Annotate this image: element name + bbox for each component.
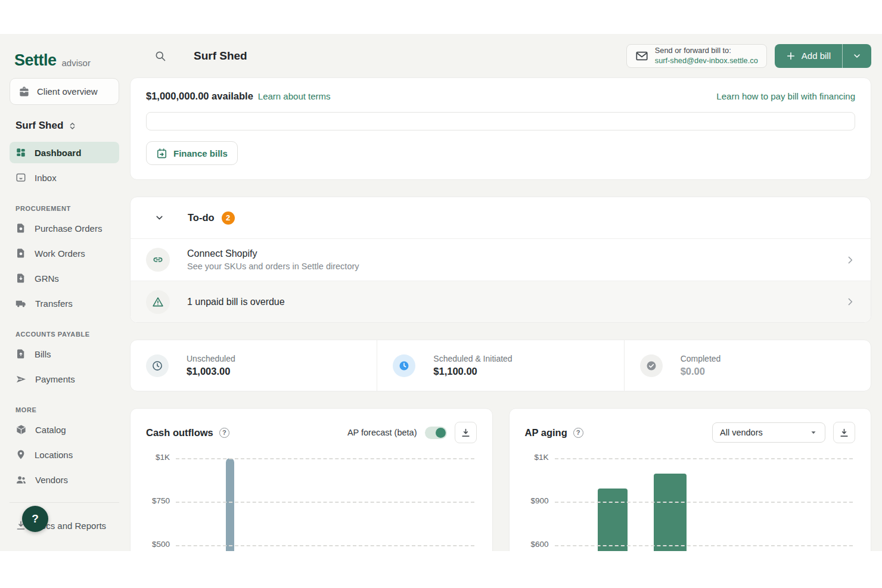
chart-title: AP aging [525, 427, 567, 438]
learn-financing-link[interactable]: Learn how to pay bill with financing [716, 91, 855, 101]
stat-unscheduled: Unscheduled $1,003.00 [131, 340, 377, 391]
chevron-down-icon [809, 428, 818, 437]
sidebar-item-dashboard[interactable]: Dashboard [10, 142, 119, 163]
sidebar-item-inbox[interactable]: Inbox [10, 167, 119, 188]
todo-header[interactable]: To-do 2 [131, 197, 871, 239]
sidebar-item-locations[interactable]: Locations [10, 444, 119, 465]
clock-outline-icon [146, 354, 169, 377]
sidebar-item-label: Transfers [35, 298, 73, 309]
add-bill-menu-button[interactable] [842, 44, 871, 68]
cash-outflows-chart: $1K$750$500 [146, 449, 477, 551]
help-button[interactable] [22, 506, 48, 532]
stat-value: $0.00 [681, 366, 721, 377]
ap-aging-chart: $1K$900$600 [525, 449, 856, 551]
add-bill-button[interactable]: Add bill [775, 44, 842, 68]
client-overview-button[interactable]: Client overview [10, 78, 119, 105]
y-tick-label: $500 [152, 540, 170, 549]
chevron-right-icon [845, 255, 855, 265]
gridline [555, 458, 853, 459]
sidebar-item-catalog[interactable]: Catalog [10, 419, 119, 440]
plus-icon [786, 51, 796, 61]
sidebar-item-label: GRNs [35, 273, 59, 284]
todo-item-subtitle: See your SKUs and orders in Settle direc… [187, 262, 359, 271]
sidebar-item-label: Inbox [35, 173, 57, 183]
stat-label: Scheduled & Initiated [433, 354, 512, 363]
calendar-arrow-icon [156, 148, 167, 159]
y-axis-labels: $1K$750$500 [146, 449, 170, 551]
vendors-filter-value: All vendors [720, 428, 763, 437]
finance-bills-label: Finance bills [173, 148, 228, 158]
todo-item-title: Connect Shopify [187, 248, 359, 259]
y-tick-label: $1K [156, 453, 170, 462]
main-content: Surf Shed Send or forward bill to: surf-… [129, 34, 882, 551]
file-up-icon [15, 349, 26, 359]
sidebar-item-purchase-orders[interactable]: Purchase Orders [10, 217, 119, 239]
briefcase-icon [18, 86, 30, 97]
forward-bill-email: surf-shed@dev-inbox.settle.co [655, 56, 758, 66]
sidebar-item-transfers[interactable]: Transfers [10, 293, 119, 314]
add-bill-split-button: Add bill [775, 44, 871, 68]
todo-title: To-do [188, 212, 215, 223]
toggle-knob [436, 428, 446, 438]
section-more: MORE [10, 393, 119, 419]
sidebar: Settle advisor Client overview Surf Shed… [0, 34, 129, 551]
section-accounts-payable: ACCOUNTS PAYABLE [10, 318, 119, 343]
check-circle-icon [640, 354, 663, 377]
page-title: Surf Shed [194, 49, 247, 63]
dashboard-icon [15, 147, 26, 158]
todo-item-connect-shopify[interactable]: Connect Shopify See your SKUs and orders… [131, 239, 871, 281]
add-bill-label: Add bill [802, 51, 831, 61]
topbar-actions: Send or forward bill to: surf-shed@dev-i… [626, 44, 871, 68]
chart-plot-area [176, 449, 474, 551]
file-box-icon [15, 223, 26, 234]
forward-bill-line1: Send or forward bill to: [655, 46, 758, 55]
learn-about-terms-link[interactable]: Learn about terms [258, 91, 331, 101]
sidebar-item-bills[interactable]: Bills [10, 343, 119, 365]
sidebar-item-label: Bills [35, 349, 51, 359]
gridline [176, 502, 474, 503]
finance-bills-button[interactable]: Finance bills [146, 141, 238, 165]
help-circle-icon[interactable] [219, 428, 229, 438]
users-icon [15, 474, 27, 486]
sidebar-item-payments[interactable]: Payments [10, 368, 119, 390]
warning-icon [146, 290, 170, 314]
forward-bill-box[interactable]: Send or forward bill to: surf-shed@dev-i… [626, 44, 767, 68]
stat-label: Completed [681, 354, 721, 363]
download-chart-button[interactable] [833, 422, 855, 443]
todo-item-overdue-bill[interactable]: 1 unpaid bill is overdue [131, 281, 871, 322]
ap-forecast-toggle-label: AP forecast (beta) [347, 428, 417, 437]
truck-icon [15, 298, 27, 309]
sidebar-item-grns[interactable]: GRNs [10, 267, 119, 289]
sidebar-item-vendors[interactable]: Vendors [10, 469, 119, 490]
charts-row: Cash outflows AP forecast (beta) $1K$750… [130, 408, 871, 551]
client-selector[interactable]: Surf Shed [10, 120, 119, 132]
todo-item-text: Connect Shopify See your SKUs and orders… [187, 248, 359, 271]
todo-item-title: 1 unpaid bill is overdue [187, 297, 285, 307]
todo-card: To-do 2 Connect Shopify See your SKUs an… [130, 197, 871, 323]
collapse-chevron-icon[interactable] [154, 213, 164, 223]
download-chart-button[interactable] [455, 422, 477, 443]
envelope-icon [635, 49, 648, 63]
gridline [555, 545, 853, 546]
vendors-filter-select[interactable]: All vendors [712, 422, 825, 443]
sidebar-item-label: Catalog [35, 425, 66, 435]
stat-scheduled-initiated: Scheduled & Initiated $1,100.00 [377, 340, 623, 391]
stat-label: Unscheduled [187, 354, 235, 363]
available-amount: $1,000,000.00 available [146, 91, 253, 102]
chart-bar [598, 489, 628, 551]
app-window: Settle advisor Client overview Surf Shed… [0, 34, 882, 551]
help-circle-icon[interactable] [573, 428, 583, 438]
send-icon [15, 374, 27, 385]
sidebar-item-work-orders[interactable]: Work Orders [10, 242, 119, 264]
sidebar-item-label: Work Orders [35, 248, 85, 259]
cash-outflows-card: Cash outflows AP forecast (beta) $1K$750… [130, 408, 493, 551]
search-icon[interactable] [154, 50, 166, 62]
download-icon [839, 428, 849, 438]
file-box-icon [15, 248, 26, 259]
ap-forecast-toggle[interactable] [425, 427, 447, 439]
todo-item-text: 1 unpaid bill is overdue [187, 297, 285, 307]
clock-filled-icon [393, 354, 415, 377]
todo-count-badge: 2 [222, 211, 235, 225]
download-icon [461, 428, 471, 438]
client-overview-label: Client overview [37, 86, 98, 97]
